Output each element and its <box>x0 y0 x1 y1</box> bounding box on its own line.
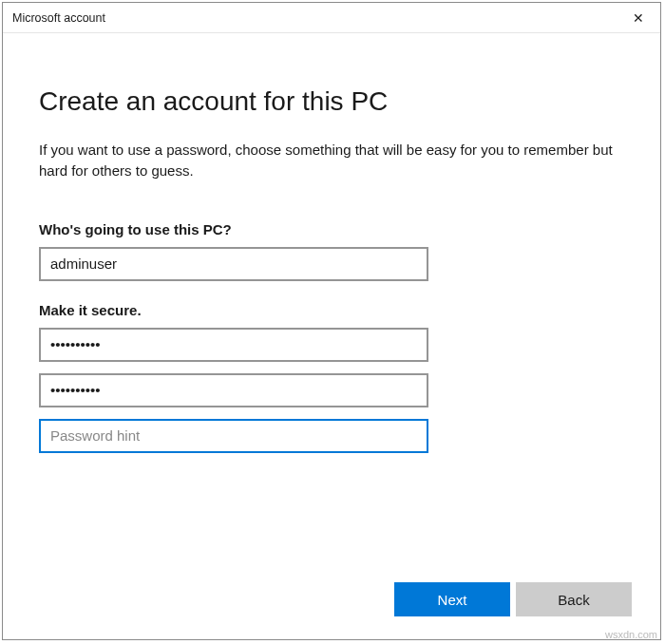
titlebar: Microsoft account ✕ <box>3 3 660 33</box>
watermark: wsxdn.com <box>605 629 657 640</box>
close-button[interactable]: ✕ <box>617 3 660 33</box>
next-button[interactable]: Next <box>394 582 510 616</box>
back-button[interactable]: Back <box>516 582 632 616</box>
content-area: Create an account for this PC If you wan… <box>3 33 660 453</box>
dialog-window: Microsoft account ✕ Create an account fo… <box>2 2 661 640</box>
password-hint-input[interactable] <box>39 419 428 453</box>
password-section-label: Make it secure. <box>39 302 624 318</box>
footer-buttons: Next Back <box>394 582 632 616</box>
username-section-label: Who's going to use this PC? <box>39 221 624 237</box>
page-title: Create an account for this PC <box>39 86 624 117</box>
close-icon: ✕ <box>633 10 644 26</box>
username-input[interactable] <box>39 247 428 281</box>
page-description: If you want to use a password, choose so… <box>39 140 624 181</box>
window-title: Microsoft account <box>12 11 105 25</box>
password-input[interactable] <box>39 328 428 362</box>
confirm-password-input[interactable] <box>39 373 428 407</box>
